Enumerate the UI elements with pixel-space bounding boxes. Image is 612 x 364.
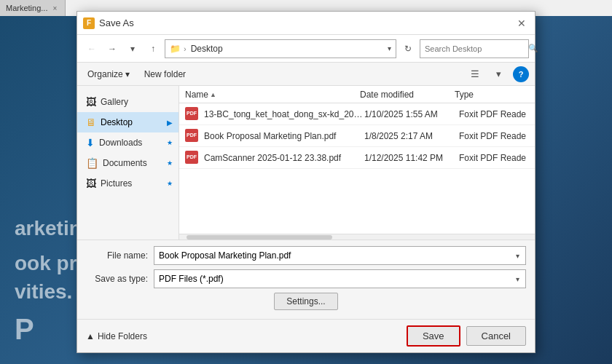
search-icon: 🔍 (528, 44, 538, 53)
downloads-pin: ★ (167, 139, 173, 146)
filename-input[interactable] (159, 250, 514, 261)
search-bar[interactable]: 🔍 (420, 39, 529, 58)
sidebar-item-pictures[interactable]: 🖼 Pictures ★ (77, 173, 178, 194)
sidebar-item-downloads[interactable]: ⬇ Downloads ★ (77, 132, 178, 153)
save-button[interactable]: Save (407, 325, 460, 347)
col-header-type: Type (455, 90, 529, 100)
address-path: Desktop (191, 44, 385, 54)
address-arrow: › (184, 44, 187, 53)
filetype-input-wrapper[interactable]: ▾ (154, 269, 526, 288)
nav-back-button[interactable]: ← (83, 40, 101, 58)
gallery-icon: 🖼 (86, 96, 96, 108)
file-name-0: 13-BC_tong_ket_hoat_dong_sx-kd_2017_... (204, 109, 364, 119)
filetype-row: Save as type: ▾ (86, 269, 526, 288)
col-header-date: Date modified (360, 90, 455, 100)
organize-button[interactable]: Organize ▾ (83, 68, 134, 81)
tab-label: Marketing... (6, 4, 47, 12)
search-input[interactable] (425, 44, 525, 53)
file-icon-0: PDF (185, 107, 200, 122)
new-folder-button[interactable]: New folder (140, 68, 190, 81)
col-header-name: Name ▲ (185, 90, 360, 100)
documents-pin: ★ (167, 159, 173, 167)
hide-folders-label: Hide Folders (98, 331, 147, 341)
refresh-button[interactable]: ↻ (399, 40, 417, 58)
file-list[interactable]: PDF 13-BC_tong_ket_hoat_dong_sx-kd_2017_… (179, 103, 535, 234)
pictures-icon: 🖼 (86, 178, 96, 189)
save-as-dialog: F Save As ✕ ← → ▾ ↑ 📁 › Desktop ▾ ↻ 🔍 (76, 11, 536, 353)
hide-folders-button[interactable]: ▲ Hide Folders (86, 331, 401, 341)
file-row[interactable]: PDF 13-BC_tong_ket_hoat_dong_sx-kd_2017_… (179, 103, 535, 125)
settings-button[interactable]: Settings... (274, 293, 337, 310)
dialog-title: Save As (99, 17, 514, 28)
file-date-0: 1/10/2025 1:55 AM (364, 109, 459, 119)
file-type-2: Foxit PDF Reade (459, 153, 529, 163)
file-icon-2: PDF (185, 151, 200, 165)
nav-up-button[interactable]: ↑ (144, 40, 162, 58)
pdf-icon: PDF (185, 129, 198, 142)
downloads-icon: ⬇ (86, 137, 95, 149)
file-area: Name ▲ Date modified Type PDF 13-BC_tong… (179, 86, 535, 240)
navigation-bar: ← → ▾ ↑ 📁 › Desktop ▾ ↻ 🔍 (77, 35, 535, 63)
desktop-icon: 🖥 (86, 116, 96, 128)
filetype-dropdown-button[interactable]: ▾ (514, 275, 521, 283)
file-name-1: Book Proposal Marketing Plan.pdf (204, 131, 364, 141)
filename-row: File name: ▾ (86, 246, 526, 265)
file-type-1: Foxit PDF Reade (459, 131, 529, 141)
file-icon-1: PDF (185, 129, 200, 143)
pictures-pin: ★ (167, 180, 173, 187)
form-area: File name: ▾ Save as type: ▾ Settings... (77, 240, 535, 319)
desktop-selected-arrow: ▶ (167, 119, 173, 127)
settings-row: Settings... (86, 293, 526, 310)
address-dropdown-button[interactable]: ▾ (388, 44, 391, 52)
sidebar-item-gallery[interactable]: 🖼 Gallery (77, 92, 178, 112)
toolbar: Organize ▾ New folder ☰ ▾ ? (77, 63, 535, 86)
dialog-close-button[interactable]: ✕ (514, 16, 529, 31)
pdf-icon: PDF (185, 107, 198, 120)
filename-label: File name: (86, 250, 148, 261)
documents-icon: 📋 (86, 157, 98, 169)
dialog-app-icon: F (83, 17, 95, 29)
file-row[interactable]: PDF CamScanner 2025-01-12 23.38.pdf 1/12… (179, 147, 535, 169)
view-dropdown-button[interactable]: ▾ (490, 66, 507, 83)
file-row[interactable]: PDF Book Proposal Marketing Plan.pdf 1/8… (179, 125, 535, 147)
horizontal-scrollbar[interactable] (179, 234, 535, 240)
sidebar-item-desktop[interactable]: 🖥 Desktop ▶ (77, 112, 178, 132)
nav-forward-button[interactable]: → (103, 40, 121, 58)
action-row: ▲ Hide Folders Save Cancel (77, 319, 535, 352)
tab-close-button[interactable]: × (50, 4, 59, 12)
filetype-label: Save as type: (86, 274, 148, 284)
hide-folders-icon: ▲ (86, 331, 95, 341)
pdf-icon: PDF (185, 151, 198, 164)
sort-arrow: ▲ (210, 91, 216, 98)
filetype-input[interactable] (159, 274, 514, 284)
view-button[interactable]: ☰ (466, 66, 484, 83)
address-bar[interactable]: 📁 › Desktop ▾ (165, 39, 396, 58)
dialog-titlebar: F Save As ✕ (77, 12, 535, 35)
browser-tab[interactable]: Marketing... × (0, 0, 66, 16)
content-area: 🖼 Gallery 🖥 Desktop ▶ ⬇ Downloads ★ 📋 Do… (77, 86, 535, 240)
cancel-button[interactable]: Cancel (466, 326, 526, 346)
file-name-2: CamScanner 2025-01-12 23.38.pdf (204, 153, 364, 163)
file-date-2: 1/12/2025 11:42 PM (364, 153, 459, 163)
help-button[interactable]: ? (513, 66, 529, 82)
sidebar-item-documents[interactable]: 📋 Documents ★ (77, 153, 178, 173)
sidebar: 🖼 Gallery 🖥 Desktop ▶ ⬇ Downloads ★ 📋 Do… (77, 86, 179, 240)
filename-dropdown-button[interactable]: ▾ (514, 252, 521, 260)
scrollbar-thumb[interactable] (187, 235, 332, 240)
file-date-1: 1/8/2025 2:17 AM (364, 131, 459, 141)
file-list-header: Name ▲ Date modified Type (179, 86, 535, 103)
address-folder-icon: 📁 (170, 44, 181, 54)
nav-dropdown-button[interactable]: ▾ (124, 40, 141, 58)
filename-input-wrapper[interactable]: ▾ (154, 246, 526, 265)
file-type-0: Foxit PDF Reade (459, 109, 529, 119)
